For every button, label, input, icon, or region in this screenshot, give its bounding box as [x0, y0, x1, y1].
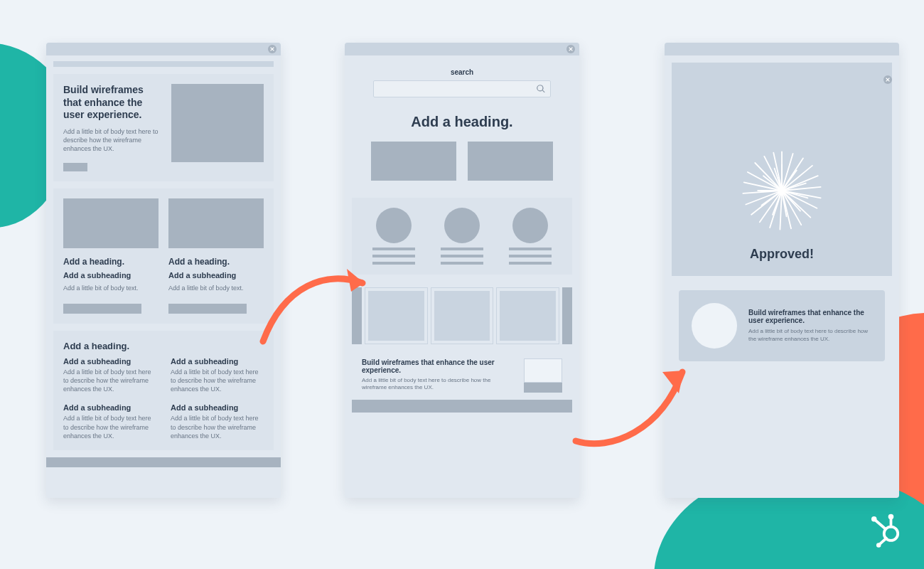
card-image-placeholder — [63, 198, 159, 248]
item-body: Add a little bit of body text here to de… — [171, 414, 264, 440]
avatar-circle — [376, 208, 412, 243]
svg-line-3 — [782, 166, 812, 191]
card-heading: Add a heading. — [63, 257, 159, 267]
feature-card: Add a heading. Add a subheading Add a li… — [168, 198, 264, 314]
svg-point-40 — [888, 514, 894, 520]
avatar-item — [437, 208, 487, 265]
footer-section: Build wireframes that enhance the user e… — [362, 358, 562, 393]
search-label: search — [362, 68, 562, 76]
text-line — [441, 262, 483, 265]
hubspot-logo-icon — [867, 512, 906, 553]
gallery-row — [352, 287, 572, 344]
text-line — [509, 255, 552, 257]
card-body: Add a little bit of body text. — [63, 284, 159, 292]
card-body: Add a little bit of body text. — [168, 284, 264, 292]
gallery-prev[interactable] — [352, 287, 362, 344]
section-heading: Add a heading. — [63, 341, 264, 351]
frame-titlebar — [665, 43, 899, 55]
avatar-circle — [444, 208, 480, 243]
card-image-placeholder — [168, 198, 264, 248]
footer-body: Add a little bit of body text here to de… — [362, 377, 512, 392]
main-heading: Add a heading. — [362, 113, 562, 130]
svg-point-41 — [876, 543, 881, 547]
info-card: Build wireframes that enhance the user e… — [679, 290, 885, 361]
frame-titlebar — [46, 43, 281, 55]
cards-panel: Add a heading. Add a subheading Add a li… — [53, 188, 274, 324]
hero-heading: Build wireframes that enhance the user e… — [63, 84, 161, 122]
gallery-item[interactable] — [365, 287, 428, 344]
avatar-circle — [692, 303, 737, 349]
card-button[interactable] — [168, 304, 247, 314]
card-subheading: Add a subheading — [168, 271, 264, 280]
item-body: Add a little bit of body text here to de… — [171, 368, 264, 393]
card-image-placeholder — [524, 358, 562, 383]
close-icon[interactable] — [883, 75, 892, 84]
gallery-item[interactable] — [496, 287, 559, 344]
gallery-item[interactable] — [431, 287, 494, 344]
hero-body: Add a little bit of body text here to de… — [63, 127, 161, 153]
hero-cta-button[interactable] — [63, 163, 87, 171]
gallery-next[interactable] — [562, 287, 572, 344]
hero-panel: Build wireframes that enhance the user e… — [53, 74, 274, 181]
search-section: search Add a heading. — [352, 58, 572, 191]
avatar-item — [505, 208, 555, 265]
avatar-circle — [512, 208, 548, 243]
image-placeholder — [468, 142, 553, 181]
content-section: Add a heading. Add a subheading Add a li… — [53, 331, 274, 450]
svg-line-1 — [782, 154, 793, 191]
footer-bar — [46, 457, 281, 467]
text-line — [441, 248, 483, 250]
text-line — [372, 262, 415, 265]
nav-strip — [53, 61, 274, 67]
footer-card — [524, 358, 562, 393]
text-line — [372, 255, 415, 257]
search-icon — [536, 84, 546, 94]
card-subheading: Add a subheading — [63, 271, 159, 280]
close-icon[interactable] — [566, 45, 575, 53]
item-subheading: Add a subheading — [63, 357, 156, 366]
item-subheading: Add a subheading — [63, 403, 156, 412]
footer-bar — [352, 400, 572, 413]
text-line — [441, 255, 483, 257]
svg-line-38 — [879, 538, 886, 545]
image-placeholder — [371, 142, 456, 181]
feature-card: Add a heading. Add a subheading Add a li… — [63, 198, 159, 314]
avatars-panel — [352, 198, 572, 275]
item-subheading: Add a subheading — [171, 403, 264, 412]
avatar-item — [369, 208, 419, 265]
card-button[interactable] — [524, 383, 562, 393]
item-body: Add a little bit of body text here to de… — [63, 414, 156, 440]
item-body: Add a little bit of body text here to de… — [63, 368, 156, 393]
wireframe-frame-1: Build wireframes that enhance the user e… — [46, 43, 281, 498]
text-line — [509, 248, 552, 250]
card-button[interactable] — [63, 304, 141, 314]
text-line — [372, 248, 415, 250]
wireframe-frame-3: Approved! Build wireframes that enhance … — [665, 43, 899, 498]
text-line — [509, 262, 552, 265]
confirmation-hero: Approved! — [672, 63, 892, 276]
hero-image-placeholder — [171, 84, 264, 162]
frame-titlebar — [345, 43, 579, 55]
approved-heading: Approved! — [750, 247, 814, 262]
svg-point-39 — [871, 516, 877, 522]
card-heading: Add a heading. — [168, 257, 264, 267]
footer-heading: Build wireframes that enhance the user e… — [362, 358, 512, 374]
svg-line-36 — [875, 520, 886, 529]
wireframe-frame-2: search Add a heading. — [345, 43, 579, 498]
firework-icon — [736, 144, 828, 237]
close-icon[interactable] — [268, 45, 276, 53]
search-input[interactable] — [373, 80, 551, 97]
item-subheading: Add a subheading — [171, 357, 264, 366]
info-heading: Build wireframes that enhance the user e… — [748, 309, 872, 324]
info-body: Add a little bit of body text here to de… — [748, 328, 872, 343]
